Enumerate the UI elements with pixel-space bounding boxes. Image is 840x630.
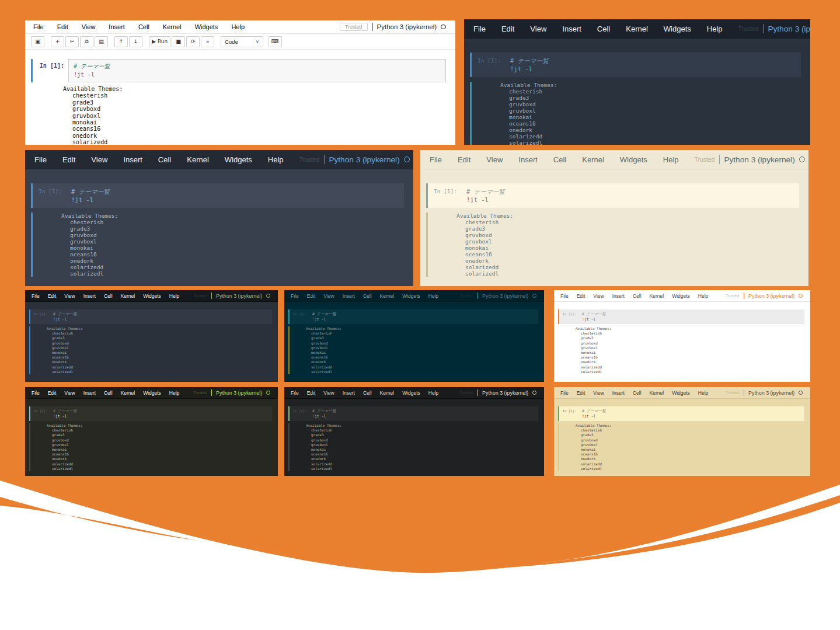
menu-item-cell[interactable]: Cell [104, 390, 113, 396]
code-cell[interactable]: In [1]: # テーマ一覧 !jt -l [29, 406, 272, 421]
menu-item-file[interactable]: File [473, 25, 486, 33]
menu-item-cell[interactable]: Cell [138, 23, 149, 30]
menu-item-insert[interactable]: Insert [612, 390, 625, 396]
menu-item-edit[interactable]: Edit [577, 293, 585, 299]
menu-item-view[interactable]: View [323, 293, 334, 299]
menu-item-insert[interactable]: Insert [343, 293, 355, 299]
menu-item-file[interactable]: File [291, 293, 299, 299]
menu-item-edit[interactable]: Edit [48, 390, 57, 396]
menu-item-insert[interactable]: Insert [343, 390, 355, 396]
menu-item-edit[interactable]: Edit [307, 293, 316, 299]
menu-item-insert[interactable]: Insert [109, 23, 125, 30]
menu-item-view[interactable]: View [64, 293, 75, 299]
stop-button[interactable]: ■ [172, 36, 185, 47]
code-cell[interactable]: In [1]: # テーマ一覧 !jt -l [288, 406, 538, 421]
restart-kernel-button[interactable]: ⟳ [186, 36, 200, 47]
code-input[interactable]: # テーマ一覧 !jt -l [68, 59, 446, 82]
copy-cell-button[interactable]: ⧉ [80, 36, 93, 47]
run-button[interactable]: ▶ Run [149, 36, 170, 47]
code-cell[interactable]: In [1]: # テーマ一覧 !jt -l [470, 53, 801, 77]
menu-item-kernel[interactable]: Kernel [121, 293, 135, 299]
cut-cell-button[interactable]: ✂ [65, 36, 79, 47]
menu-item-cell[interactable]: Cell [553, 155, 566, 164]
menu-item-edit[interactable]: Edit [307, 390, 316, 396]
menu-item-kernel[interactable]: Kernel [380, 390, 395, 396]
code-input[interactable]: # テーマ一覧 !jt -l [579, 406, 804, 421]
menu-item-view[interactable]: View [64, 390, 75, 396]
menu-item-view[interactable]: View [323, 390, 334, 396]
code-cell[interactable]: In [1]: # テーマ一覧 !jt -l [29, 309, 272, 324]
code-input[interactable]: # テーマ一覧 !jt -l [579, 309, 804, 324]
menu-item-cell[interactable]: Cell [363, 390, 372, 396]
menu-item-insert[interactable]: Insert [83, 293, 96, 299]
menu-item-view[interactable]: View [91, 155, 107, 164]
code-input[interactable]: # テーマ一覧 !jt -l [309, 309, 538, 324]
menu-item-help[interactable]: Help [231, 23, 245, 30]
menu-item-edit[interactable]: Edit [48, 293, 57, 299]
code-cell[interactable]: In [1]: # テーマ一覧 !jt -l [558, 406, 804, 421]
menu-item-edit[interactable]: Edit [501, 25, 514, 33]
paste-cell-button[interactable]: ▤ [95, 36, 108, 47]
menu-item-kernel[interactable]: Kernel [582, 155, 604, 164]
menu-item-cell[interactable]: Cell [633, 293, 642, 299]
menu-item-cell[interactable]: Cell [158, 155, 171, 164]
menu-item-widgets[interactable]: Widgets [672, 390, 690, 396]
menu-item-kernel[interactable]: Kernel [626, 25, 648, 33]
menu-item-file[interactable]: File [32, 390, 40, 396]
menu-item-file[interactable]: File [560, 390, 569, 396]
menu-item-file[interactable]: File [34, 155, 47, 164]
code-input[interactable]: # テーマ一覧 !jt -l [506, 53, 801, 77]
menu-item-insert[interactable]: Insert [562, 25, 581, 33]
add-cell-button[interactable]: + [51, 36, 64, 47]
menu-item-cell[interactable]: Cell [597, 25, 610, 33]
menu-item-help[interactable]: Help [698, 293, 708, 299]
menu-item-view[interactable]: View [593, 293, 604, 299]
menu-item-edit[interactable]: Edit [458, 155, 470, 164]
save-button[interactable]: ▣ [31, 36, 44, 47]
code-input[interactable]: # テーマ一覧 !jt -l [50, 309, 272, 324]
menu-item-help[interactable]: Help [268, 155, 284, 164]
code-input[interactable]: # テーマ一覧 !jt -l [50, 406, 272, 421]
menu-item-help[interactable]: Help [698, 390, 708, 396]
code-input[interactable]: # テーマ一覧 !jt -l [67, 183, 404, 208]
code-cell[interactable]: In [1]: # テーマ一覧 !jt -l [288, 309, 538, 324]
menu-item-insert[interactable]: Insert [83, 390, 96, 396]
menu-item-help[interactable]: Help [169, 390, 179, 396]
menu-item-file[interactable]: File [32, 293, 40, 299]
code-cell[interactable]: In [1]: # テーマ一覧 !jt -l [558, 309, 804, 324]
menu-item-widgets[interactable]: Widgets [672, 293, 690, 299]
command-palette-button[interactable]: ⌨ [269, 36, 282, 47]
menu-item-help[interactable]: Help [707, 25, 723, 33]
menu-item-kernel[interactable]: Kernel [163, 23, 182, 30]
menu-item-widgets[interactable]: Widgets [402, 390, 420, 396]
menu-item-view[interactable]: View [530, 25, 546, 33]
menu-item-widgets[interactable]: Widgets [664, 25, 691, 33]
move-down-button[interactable]: ↓ [129, 36, 142, 47]
menu-item-view[interactable]: View [82, 23, 96, 30]
menu-item-kernel[interactable]: Kernel [121, 390, 135, 396]
code-input[interactable]: # テーマ一覧 !jt -l [462, 183, 799, 208]
menu-item-widgets[interactable]: Widgets [143, 390, 161, 396]
menu-item-insert[interactable]: Insert [123, 155, 142, 164]
menu-item-file[interactable]: File [560, 293, 569, 299]
menu-item-cell[interactable]: Cell [633, 390, 642, 396]
menu-item-widgets[interactable]: Widgets [195, 23, 218, 30]
restart-run-all-button[interactable]: » [201, 36, 214, 47]
menu-item-kernel[interactable]: Kernel [650, 390, 664, 396]
menu-item-cell[interactable]: Cell [363, 293, 372, 299]
menu-item-widgets[interactable]: Widgets [402, 293, 420, 299]
menu-item-help[interactable]: Help [428, 390, 438, 396]
menu-item-cell[interactable]: Cell [104, 293, 113, 299]
code-cell[interactable]: In [1]: # テーマ一覧 !jt -l [426, 183, 799, 208]
menu-item-file[interactable]: File [33, 23, 44, 30]
menu-item-help[interactable]: Help [428, 293, 438, 299]
cell-type-select[interactable]: Code ∨ [221, 36, 263, 47]
menu-item-file[interactable]: File [430, 155, 442, 164]
menu-item-view[interactable]: View [486, 155, 503, 164]
menu-item-edit[interactable]: Edit [577, 390, 585, 396]
code-cell[interactable]: In [1]: # テーマ一覧 !jt -l [31, 183, 404, 208]
menu-item-file[interactable]: File [291, 390, 299, 396]
move-up-button[interactable]: ↑ [114, 36, 128, 47]
code-cell[interactable]: In [1]: # テーマ一覧 !jt -l [31, 59, 446, 82]
menu-item-view[interactable]: View [593, 390, 604, 396]
